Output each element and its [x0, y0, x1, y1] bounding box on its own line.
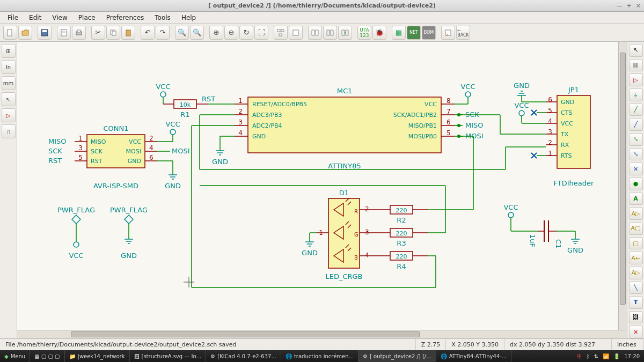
- cursor-shape-icon[interactable]: ↖: [2, 92, 16, 106]
- svg-rect-2: [42, 30, 47, 32]
- place-graphic-text-icon[interactable]: T: [629, 296, 643, 309]
- menu-file[interactable]: File: [3, 13, 23, 23]
- taskbar-item[interactable]: 🖼 [structureA.svg — In...: [130, 350, 207, 362]
- place-global-label-icon[interactable]: A▷: [629, 207, 643, 220]
- menu-place[interactable]: Place: [74, 13, 100, 23]
- hierarchy-icon[interactable]: [274, 26, 288, 40]
- place-net-label-icon[interactable]: A: [629, 193, 643, 205]
- erc-icon[interactable]: 🐞: [372, 26, 386, 40]
- hidden-pins-icon[interactable]: ▷: [2, 108, 16, 122]
- menu-help[interactable]: Help: [177, 13, 200, 23]
- open-icon[interactable]: [18, 26, 32, 40]
- taskbar-item[interactable]: 🌐 traduction incrémen...: [281, 350, 358, 362]
- close-icon[interactable]: ×: [636, 2, 641, 9]
- svg-rect-15: [445, 30, 451, 35]
- taskbar-item[interactable]: ⚙ [KiCad 4.0.7-e2-637...: [206, 350, 281, 362]
- place-graphic-line-icon[interactable]: ╲: [629, 282, 643, 294]
- taskbar-item[interactable]: 🌐 ATTiny84-ATTiny44-...: [436, 350, 512, 362]
- taskbar-launcher[interactable]: ▦ ▢ ▢ ▢: [30, 350, 64, 362]
- status-dxy: dx 2.050 dy 3.350 dist 3.927: [504, 339, 612, 350]
- place-wire-icon[interactable]: ╱: [629, 104, 643, 116]
- select-icon[interactable]: ↖: [629, 44, 643, 57]
- bus-direction-icon[interactable]: ⎍: [2, 124, 16, 138]
- vertical-scrollbar[interactable]: [618, 42, 627, 330]
- import-hier-label-icon[interactable]: A←: [629, 252, 643, 264]
- cut-icon[interactable]: ✂: [91, 26, 105, 40]
- svg-rect-10: [126, 30, 130, 36]
- place-wire-entry-icon[interactable]: ⤡: [629, 133, 643, 146]
- schematic-canvas[interactable]: CONN1 AVR-ISP-SMD MISO SCK RST VCC MOSI …: [17, 42, 627, 338]
- save-icon[interactable]: [38, 26, 52, 40]
- menu-preferences[interactable]: Preferences: [102, 13, 149, 23]
- menu-edit[interactable]: Edit: [25, 13, 46, 23]
- delete-icon[interactable]: ✕: [629, 326, 643, 338]
- tray-bluetooth-icon[interactable]: ᛒ: [587, 353, 590, 359]
- svg-rect-9: [112, 31, 116, 35]
- maximize-icon[interactable]: +: [627, 2, 632, 9]
- assign-footprints-icon[interactable]: ▦: [392, 26, 406, 40]
- main-toolbar: ✂ ↶ ↷ 🔍 🔍 ⊕ ⊖ ↻ ⛶ U?A123 🐞 ▦ NET BOM ←BA…: [0, 24, 644, 42]
- left-toolbar: ⊞ In mm ↖ ▷ ⎍: [0, 42, 17, 338]
- os-taskbar: ◆Menu ▦ ▢ ▢ ▢ 📁 |week14_network 🖼 [struc…: [0, 350, 644, 362]
- horizontal-scrollbar[interactable]: [17, 330, 627, 338]
- grid-icon[interactable]: ⊞: [2, 44, 16, 58]
- place-power-icon[interactable]: ⏚: [629, 88, 643, 101]
- place-noconnect-icon[interactable]: ✕: [629, 162, 643, 175]
- svg-rect-7: [77, 30, 80, 32]
- tray-shield-icon[interactable]: ⛨: [577, 353, 582, 359]
- place-bus-icon[interactable]: ╱: [629, 118, 643, 131]
- tray-wifi-icon[interactable]: 📶: [603, 353, 609, 359]
- place-hier-pin-icon[interactable]: A▷: [629, 267, 643, 279]
- zoom-out-icon[interactable]: ⊖: [224, 26, 238, 40]
- highlight-net-icon[interactable]: ▦: [629, 59, 643, 72]
- tray-network-icon[interactable]: ⇅: [594, 353, 598, 359]
- system-tray[interactable]: ⛨ ᛒ ⇅ 📶 🔋 17:20: [573, 353, 644, 359]
- tray-battery-icon[interactable]: 🔋: [613, 353, 620, 359]
- status-units: Inches: [612, 339, 644, 350]
- tray-clock[interactable]: 17:20: [624, 353, 640, 359]
- page-settings-icon[interactable]: [57, 26, 71, 40]
- window-title: [ output_device2 /] (/home/thierry/Docum…: [208, 2, 436, 9]
- zoom-in-icon[interactable]: ⊕: [209, 26, 223, 40]
- footprint-editor-icon[interactable]: [441, 26, 455, 40]
- units-mm-button[interactable]: mm: [2, 76, 16, 90]
- place-component-icon[interactable]: ▷: [629, 73, 643, 86]
- units-in-button[interactable]: In: [2, 60, 16, 74]
- place-sheet-icon[interactable]: ▢: [629, 237, 643, 250]
- menu-bar: File Edit View Place Preferences Tools H…: [0, 12, 644, 24]
- start-menu-button[interactable]: ◆Menu: [0, 350, 30, 362]
- right-toolbar: ↖ ▦ ▷ ⏚ ╱ ╱ ⤡ ⤡ ✕ ● A A▷ A▢ ▢ A← A▷ ╲ T …: [627, 42, 644, 338]
- undo-icon[interactable]: ↶: [141, 26, 155, 40]
- svg-rect-11: [277, 29, 280, 32]
- menu-tools[interactable]: Tools: [150, 13, 175, 23]
- paste-icon[interactable]: [121, 26, 135, 40]
- find-icon[interactable]: 🔍: [175, 26, 189, 40]
- new-icon[interactable]: [3, 26, 17, 40]
- library-browser-icon[interactable]: [323, 26, 337, 40]
- taskbar-item[interactable]: 📁 |week14_network: [65, 350, 130, 362]
- library-editor-icon[interactable]: [308, 26, 322, 40]
- place-image-icon[interactable]: 🖼: [629, 311, 643, 324]
- zoom-fit-icon[interactable]: ⛶: [254, 26, 268, 40]
- svg-rect-0: [8, 29, 12, 36]
- zoom-redraw-icon[interactable]: ↻: [239, 26, 253, 40]
- window-titlebar: [ output_device2 /] (/home/thierry/Docum…: [0, 0, 644, 12]
- place-bus-entry-icon[interactable]: ⤡: [629, 148, 643, 161]
- minimize-icon[interactable]: —: [617, 2, 623, 9]
- replace-icon[interactable]: 🔍: [190, 26, 204, 40]
- taskbar-item[interactable]: ⚙ [ output_device2 /] (/...: [358, 350, 436, 362]
- print-icon[interactable]: [72, 26, 86, 40]
- status-file: File /home/thierry/Documents/kicad/outpu…: [0, 339, 416, 350]
- place-hier-label-icon[interactable]: A▢: [629, 222, 643, 235]
- menu-view[interactable]: View: [48, 13, 71, 23]
- annotate-icon[interactable]: U?A123: [357, 26, 371, 40]
- leave-sheet-icon[interactable]: [289, 26, 303, 40]
- back-icon[interactable]: ←BACK: [456, 26, 470, 40]
- place-junction-icon[interactable]: ●: [629, 178, 643, 190]
- netlist-icon[interactable]: NET: [407, 26, 421, 40]
- status-zoom: Z 2.75: [416, 339, 447, 350]
- backanno-icon[interactable]: [338, 26, 352, 40]
- bom-icon[interactable]: BOM: [422, 26, 436, 40]
- copy-icon[interactable]: [106, 26, 120, 40]
- redo-icon[interactable]: ↷: [156, 26, 170, 40]
